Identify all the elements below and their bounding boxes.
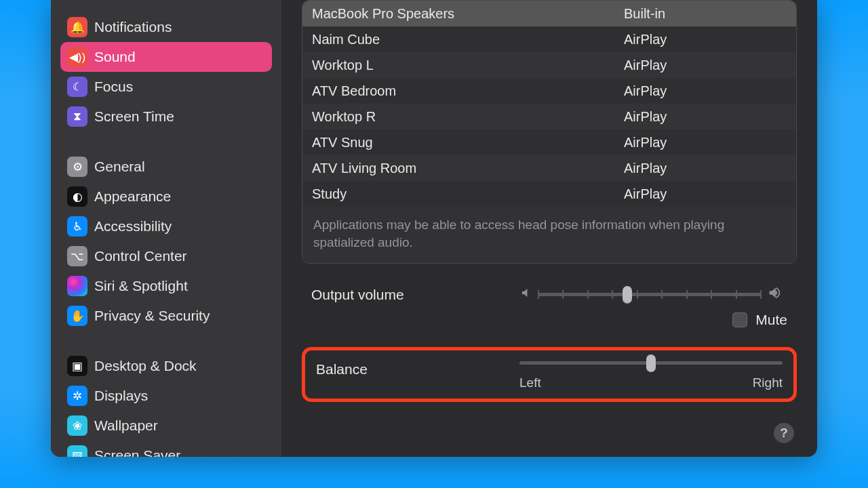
sidebar-item-label: Wallpaper xyxy=(94,418,158,434)
controlcenter-icon: ⌥ xyxy=(67,246,87,266)
spatial-audio-note: Applications may be able to access head … xyxy=(302,207,796,263)
output-volume-label: Output volume xyxy=(311,287,515,303)
sidebar-item-general[interactable]: ⚙General xyxy=(60,152,272,182)
sidebar: 🔔Notifications◀︎))Sound☾Focus⧗Screen Tim… xyxy=(51,0,281,457)
sidebar-item-accessibility[interactable]: ♿︎Accessibility xyxy=(60,211,272,241)
balance-slider[interactable] xyxy=(519,361,783,365)
device-type: AirPlay xyxy=(624,186,787,202)
sidebar-item-label: Sound xyxy=(94,49,136,65)
output-device-row[interactable]: Worktop RAirPlay xyxy=(302,104,796,129)
output-device-row[interactable]: ATV BedroomAirPlay xyxy=(302,78,796,104)
sidebar-item-screensaver[interactable]: ▧Screen Saver xyxy=(60,441,272,457)
sidebar-item-label: Notifications xyxy=(94,19,172,35)
output-device-row[interactable]: Worktop LAirPlay xyxy=(302,52,796,78)
output-device-row[interactable]: ATV Living RoomAirPlay xyxy=(302,155,796,181)
siri-icon xyxy=(67,276,87,296)
volume-low-icon xyxy=(515,287,538,302)
screentime-icon: ⧗ xyxy=(67,106,87,127)
mute-label: Mute xyxy=(755,312,787,328)
device-type: AirPlay xyxy=(624,83,787,99)
sidebar-item-label: Desktop & Dock xyxy=(94,358,197,374)
device-type: AirPlay xyxy=(624,135,787,150)
output-volume-section: Output volume Mute xyxy=(302,280,797,339)
mute-checkbox[interactable] xyxy=(732,312,747,327)
help-button[interactable]: ? xyxy=(774,423,794,443)
focus-icon: ☾ xyxy=(67,77,87,97)
balance-section-highlighted: Balance Left Right xyxy=(302,347,797,402)
device-name: ATV Living Room xyxy=(312,161,624,176)
sidebar-item-label: Screen Time xyxy=(94,108,174,125)
device-type: AirPlay xyxy=(624,32,787,47)
device-name: Study xyxy=(312,186,624,202)
screensaver-icon: ▧ xyxy=(67,445,87,457)
output-device-row[interactable]: StudyAirPlay xyxy=(302,181,796,207)
sidebar-item-displays[interactable]: ✲Displays xyxy=(60,381,272,411)
device-name: Worktop L xyxy=(312,58,624,73)
sidebar-item-label: Accessibility xyxy=(94,218,172,235)
displays-icon: ✲ xyxy=(67,386,87,406)
sidebar-item-appearance[interactable]: ◐Appearance xyxy=(60,182,272,211)
balance-thumb[interactable] xyxy=(646,354,656,372)
sidebar-item-privacy[interactable]: ✋Privacy & Security xyxy=(60,301,272,331)
sidebar-item-label: Appearance xyxy=(94,188,171,205)
output-devices-card: MacBook Pro SpeakersBuilt-inNaim CubeAir… xyxy=(302,0,797,264)
accessibility-icon: ♿︎ xyxy=(67,216,87,237)
device-name: ATV Bedroom xyxy=(312,83,624,99)
output-device-row[interactable]: Naim CubeAirPlay xyxy=(302,26,796,52)
device-type: AirPlay xyxy=(624,58,787,73)
sidebar-item-label: Displays xyxy=(94,388,148,404)
desktop-icon: ▣ xyxy=(67,356,87,376)
output-device-row[interactable]: ATV SnugAirPlay xyxy=(302,129,796,155)
mute-row: Mute xyxy=(302,309,797,339)
device-type: Built-in xyxy=(624,6,787,22)
device-name: MacBook Pro Speakers xyxy=(312,6,624,22)
output-volume-slider[interactable] xyxy=(538,293,762,296)
output-volume-thumb[interactable] xyxy=(623,286,632,304)
sidebar-item-label: General xyxy=(94,159,145,175)
balance-left-label: Left xyxy=(519,375,541,390)
device-type: AirPlay xyxy=(624,161,787,176)
main-pane: MacBook Pro SpeakersBuilt-inNaim CubeAir… xyxy=(281,0,817,457)
device-name: ATV Snug xyxy=(312,135,624,150)
sidebar-item-siri[interactable]: Siri & Spotlight xyxy=(60,271,272,301)
sidebar-item-label: Privacy & Security xyxy=(94,308,210,324)
notifications-icon: 🔔 xyxy=(67,17,87,37)
sidebar-item-label: Siri & Spotlight xyxy=(94,278,188,294)
balance-label: Balance xyxy=(316,361,519,378)
sidebar-item-controlcenter[interactable]: ⌥Control Center xyxy=(60,241,272,271)
sidebar-item-focus[interactable]: ☾Focus xyxy=(60,72,272,102)
balance-right-label: Right xyxy=(753,375,783,390)
sidebar-item-label: Focus xyxy=(94,79,133,95)
volume-high-icon xyxy=(762,285,787,304)
appearance-icon: ◐ xyxy=(67,186,87,207)
privacy-icon: ✋ xyxy=(67,306,87,326)
sidebar-item-wallpaper[interactable]: ❀Wallpaper xyxy=(60,411,272,441)
device-name: Naim Cube xyxy=(312,32,624,47)
sidebar-item-screentime[interactable]: ⧗Screen Time xyxy=(60,102,272,131)
settings-window: 🔔Notifications◀︎))Sound☾Focus⧗Screen Tim… xyxy=(51,0,817,457)
output-volume-row: Output volume xyxy=(302,280,797,309)
device-name: Worktop R xyxy=(312,109,624,125)
sidebar-item-desktop[interactable]: ▣Desktop & Dock xyxy=(60,351,272,381)
sidebar-item-notifications[interactable]: 🔔Notifications xyxy=(60,12,272,42)
output-devices-list: MacBook Pro SpeakersBuilt-inNaim CubeAir… xyxy=(302,1,796,207)
sound-icon: ◀︎)) xyxy=(67,47,87,67)
sidebar-item-label: Screen Saver xyxy=(94,447,180,457)
output-device-row[interactable]: MacBook Pro SpeakersBuilt-in xyxy=(302,1,796,26)
wallpaper-icon: ❀ xyxy=(67,415,87,436)
sidebar-item-label: Control Center xyxy=(94,248,187,264)
device-type: AirPlay xyxy=(624,109,787,125)
sidebar-item-sound[interactable]: ◀︎))Sound xyxy=(60,42,272,72)
general-icon: ⚙ xyxy=(67,157,87,177)
